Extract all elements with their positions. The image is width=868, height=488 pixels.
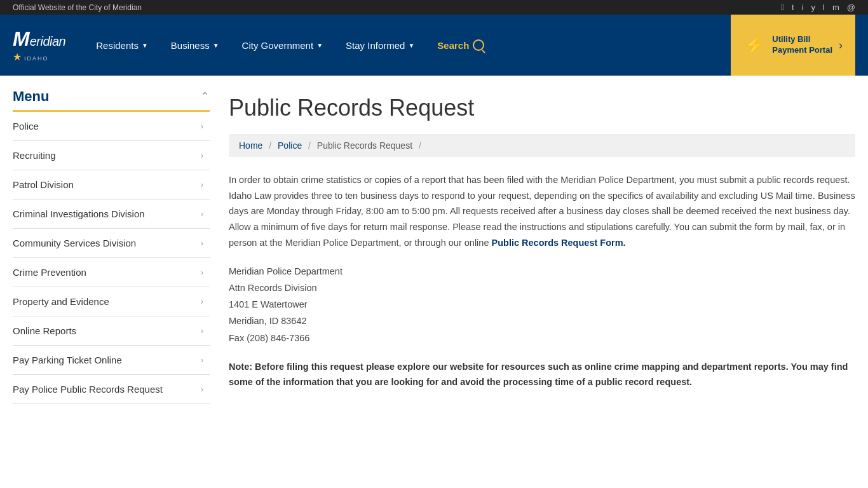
nav-search[interactable]: Search [426,15,496,76]
chevron-right-icon: › [201,297,203,306]
top-bar: Official Website of the City of Meridian… [0,0,868,15]
page-title: Public Records Request [229,95,855,121]
address-line2: Attn Records Division [229,280,855,296]
sidebar-item-police[interactable]: Police › [13,112,210,141]
stay-informed-chevron: ▼ [408,42,414,49]
logo[interactable]: Meridian ★ IDAHO [13,27,65,63]
sidebar-item-patrol[interactable]: Patrol Division › [13,170,210,200]
page-content: Menu ⌃ Police › Recruiting › Patrol Divi… [0,76,868,417]
records-request-link[interactable]: Public Records Request Form. [492,238,626,248]
main-content: Public Records Request Home / Police / P… [229,88,855,404]
utility-arrow-icon: › [839,39,843,52]
main-nav: Residents ▼ Business ▼ City Government ▼… [85,15,731,76]
utility-line1: Utility Bill [772,34,832,45]
address-line1: Meridian Police Department [229,263,855,280]
address-line3: 1401 E Watertower [229,296,855,313]
sidebar-item-crime-prevention[interactable]: Crime Prevention › [13,258,210,287]
facebook-icon[interactable]:  [781,3,784,12]
sidebar-item-criminal-investigations[interactable]: Criminal Investigations Division › [13,200,210,229]
search-icon [473,39,484,51]
sidebar-item-pay-parking[interactable]: Pay Parking Ticket Online › [13,346,210,375]
nav-residents[interactable]: Residents ▼ [85,15,159,76]
address-line4: Meridian, ID 83642 [229,313,855,329]
breadcrumb: Home / Police / Public Records Request / [229,134,855,157]
utility-line2: Payment Portal [772,45,832,56]
envelope-icon[interactable]: @ [847,3,855,12]
breadcrumb-sep2: / [308,140,311,151]
chevron-right-icon: › [201,356,203,365]
linkedin-icon[interactable]: l [823,3,825,12]
breadcrumb-current: Public Records Request [317,140,412,151]
nav-business[interactable]: Business ▼ [159,15,231,76]
sidebar-item-property-evidence[interactable]: Property and Evidence › [13,287,210,316]
address-line5: Fax (208) 846-7366 [229,330,855,346]
menu-toggle-icon[interactable]: ⌃ [200,90,210,104]
chevron-right-icon: › [201,122,203,131]
address-block: Meridian Police Department Attn Records … [229,263,855,346]
logo-m: M [13,27,30,50]
city-gov-chevron: ▼ [316,42,323,49]
sidebar-item-online-reports[interactable]: Online Reports › [13,316,210,346]
sidebar: Menu ⌃ Police › Recruiting › Patrol Divi… [13,88,210,404]
breadcrumb-sep1: / [269,140,271,151]
breadcrumb-police[interactable]: Police [278,140,302,151]
nav-stay-informed[interactable]: Stay Informed ▼ [334,15,426,76]
instagram-icon[interactable]: i [802,3,804,12]
business-chevron: ▼ [213,42,219,49]
header: Meridian ★ IDAHO Residents ▼ Business ▼ … [0,15,868,76]
logo-eridian: eridian [30,34,66,48]
intro-paragraph: In order to obtain crime statistics or c… [229,172,855,250]
sidebar-item-pay-police-records[interactable]: Pay Police Public Records Request › [13,375,210,404]
social-icons:  t i y l m @ [781,3,855,12]
chevron-right-icon: › [201,385,203,394]
mail-square-icon[interactable]: m [832,3,839,12]
official-text: Official Website of the City of Meridian [13,3,142,12]
youtube-icon[interactable]: y [811,3,816,12]
logo-idaho: IDAHO [24,55,49,62]
twitter-icon[interactable]: t [792,3,794,12]
chevron-right-icon: › [201,268,203,277]
chevron-right-icon: › [201,327,203,336]
sidebar-item-community-services[interactable]: Community Services Division › [13,229,210,258]
note-block: Note: Before filing this request please … [229,359,855,390]
residents-chevron: ▼ [142,42,148,49]
nav-city-government[interactable]: City Government ▼ [231,15,334,76]
logo-star: ★ [13,51,22,62]
menu-title: Menu [13,88,49,105]
utility-icon: ⚡ [743,35,766,56]
chevron-right-icon: › [201,210,203,219]
utility-portal[interactable]: ⚡ Utility Bill Payment Portal › [731,15,855,76]
chevron-right-icon: › [201,180,203,189]
menu-header: Menu ⌃ [13,88,210,112]
breadcrumb-home[interactable]: Home [239,140,262,151]
sidebar-item-recruiting[interactable]: Recruiting › [13,141,210,170]
chevron-right-icon: › [201,151,203,160]
chevron-right-icon: › [201,239,203,248]
breadcrumb-sep3: / [419,140,421,151]
